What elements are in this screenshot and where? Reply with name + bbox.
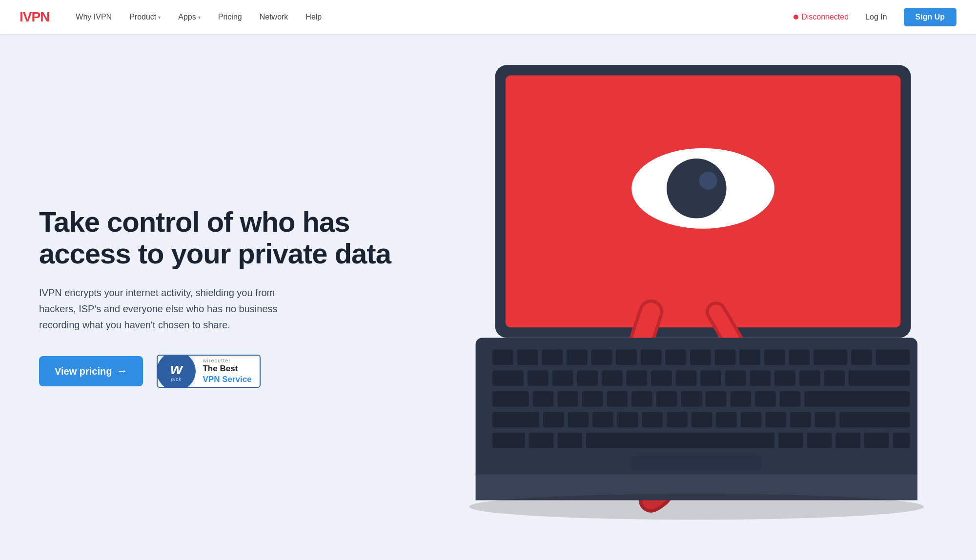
svg-rect-24 xyxy=(764,349,785,365)
svg-rect-22 xyxy=(715,349,736,365)
svg-point-82 xyxy=(469,494,924,520)
hero-subtext: IVPN encrypts your internet activity, sh… xyxy=(39,285,303,333)
logo[interactable]: IVPN xyxy=(20,9,49,25)
product-chevron-icon: ▾ xyxy=(158,15,161,20)
wirecutter-circle: w pick xyxy=(157,355,196,388)
svg-rect-41 xyxy=(799,370,820,386)
svg-rect-30 xyxy=(528,370,549,386)
svg-rect-25 xyxy=(789,349,810,365)
nav-help[interactable]: Help xyxy=(299,9,328,25)
svg-rect-18 xyxy=(616,349,637,365)
navbar: IVPN Why IVPN Product ▾ Apps ▾ Pricing N… xyxy=(0,0,976,34)
svg-rect-27 xyxy=(851,349,872,365)
svg-rect-28 xyxy=(876,349,910,365)
svg-rect-29 xyxy=(492,370,524,386)
svg-rect-57 xyxy=(492,412,539,427)
nav-links: Why IVPN Product ▾ Apps ▾ Pricing Networ… xyxy=(69,9,793,25)
svg-rect-23 xyxy=(739,349,760,365)
svg-rect-45 xyxy=(533,391,554,406)
svg-rect-69 xyxy=(815,412,836,427)
wirecutter-badge: w pick wirecutter The Best VPN Service xyxy=(157,355,260,388)
svg-rect-13 xyxy=(492,349,513,365)
svg-point-3 xyxy=(667,159,727,219)
nav-pricing[interactable]: Pricing xyxy=(211,9,249,25)
signup-button[interactable]: Sign Up xyxy=(904,8,956,26)
wirecutter-text: wirecutter The Best VPN Service xyxy=(195,355,259,388)
svg-rect-50 xyxy=(656,391,677,406)
disconnected-dot-icon xyxy=(793,15,798,20)
svg-rect-51 xyxy=(681,391,702,406)
svg-rect-78 xyxy=(864,433,889,448)
svg-rect-73 xyxy=(557,433,582,448)
svg-rect-34 xyxy=(627,370,648,386)
svg-rect-15 xyxy=(542,349,563,365)
nav-apps[interactable]: Apps ▾ xyxy=(171,9,207,25)
svg-rect-49 xyxy=(631,391,652,406)
svg-rect-37 xyxy=(700,370,721,386)
svg-rect-42 xyxy=(824,370,845,386)
svg-rect-54 xyxy=(755,391,776,406)
svg-rect-77 xyxy=(835,433,860,448)
svg-rect-70 xyxy=(839,412,910,427)
svg-rect-35 xyxy=(651,370,672,386)
laptop-svg xyxy=(443,59,937,526)
connection-status: Disconnected xyxy=(793,13,849,21)
svg-rect-59 xyxy=(568,412,589,427)
svg-rect-21 xyxy=(690,349,711,365)
svg-rect-79 xyxy=(893,433,910,448)
svg-rect-72 xyxy=(529,433,554,448)
wirecutter-main-text: The Best VPN Service xyxy=(203,363,251,385)
hero-section: Take control of who has access to your p… xyxy=(0,34,976,560)
svg-rect-44 xyxy=(492,391,529,406)
svg-rect-71 xyxy=(492,433,525,448)
nav-right: Disconnected Log In Sign Up xyxy=(793,8,956,26)
apps-chevron-icon: ▾ xyxy=(198,15,201,20)
svg-rect-76 xyxy=(807,433,832,448)
svg-rect-40 xyxy=(774,370,795,386)
svg-rect-61 xyxy=(617,412,638,427)
svg-rect-48 xyxy=(607,391,628,406)
svg-rect-19 xyxy=(641,349,662,365)
svg-rect-16 xyxy=(567,349,588,365)
svg-rect-74 xyxy=(586,433,774,448)
svg-rect-32 xyxy=(577,370,598,386)
svg-rect-58 xyxy=(543,412,564,427)
svg-rect-68 xyxy=(790,412,811,427)
svg-rect-56 xyxy=(804,391,910,406)
svg-rect-17 xyxy=(591,349,612,365)
svg-rect-63 xyxy=(667,412,688,427)
svg-rect-46 xyxy=(557,391,578,406)
svg-rect-67 xyxy=(765,412,786,427)
svg-rect-52 xyxy=(706,391,727,406)
svg-rect-62 xyxy=(642,412,663,427)
svg-rect-55 xyxy=(780,391,801,406)
wirecutter-logo: w xyxy=(170,361,183,377)
nav-network[interactable]: Network xyxy=(253,9,295,25)
wirecutter-pick-label: pick xyxy=(171,377,182,382)
svg-rect-33 xyxy=(602,370,623,386)
svg-rect-36 xyxy=(676,370,697,386)
svg-rect-14 xyxy=(517,349,538,365)
hero-illustration xyxy=(443,59,937,526)
nav-why-ivpn[interactable]: Why IVPN xyxy=(69,9,119,25)
nav-product[interactable]: Product ▾ xyxy=(122,9,167,25)
svg-rect-53 xyxy=(731,391,752,406)
svg-rect-75 xyxy=(778,433,803,448)
svg-point-4 xyxy=(699,171,717,189)
svg-rect-38 xyxy=(725,370,746,386)
svg-rect-47 xyxy=(582,391,603,406)
svg-rect-81 xyxy=(631,456,761,470)
svg-rect-66 xyxy=(741,412,762,427)
hero-actions: View pricing → w pick wirecutter The Bes… xyxy=(39,355,443,388)
view-pricing-button[interactable]: View pricing → xyxy=(39,356,143,386)
wirecutter-top-label: wirecutter xyxy=(203,358,251,363)
svg-rect-31 xyxy=(552,370,573,386)
svg-rect-39 xyxy=(750,370,771,386)
login-button[interactable]: Log In xyxy=(856,9,895,25)
hero-left: Take control of who has access to your p… xyxy=(39,206,443,388)
svg-rect-64 xyxy=(691,412,712,427)
svg-rect-65 xyxy=(716,412,737,427)
svg-rect-26 xyxy=(813,349,847,365)
svg-rect-60 xyxy=(592,412,613,427)
svg-rect-43 xyxy=(849,370,910,386)
